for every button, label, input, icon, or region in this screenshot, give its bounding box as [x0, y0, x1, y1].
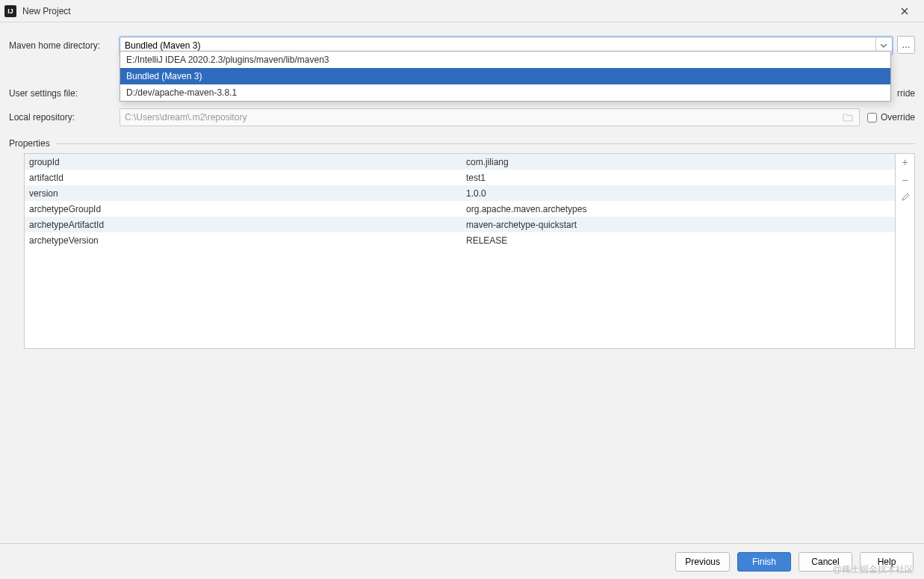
- prop-val: test1: [462, 173, 895, 183]
- table-row[interactable]: groupId com.jiliang: [25, 154, 895, 170]
- table-row[interactable]: archetypeVersion RELEASE: [25, 232, 895, 248]
- prop-val: maven-archetype-quickstart: [462, 220, 895, 230]
- prop-key: groupId: [25, 157, 462, 167]
- table-row[interactable]: artifactId test1: [25, 170, 895, 185]
- ellipsis-icon: …: [902, 40, 911, 50]
- maven-home-input[interactable]: [125, 40, 875, 51]
- properties-label: Properties: [9, 138, 50, 149]
- prop-key: archetypeGroupId: [25, 204, 462, 214]
- prop-val: com.jiliang: [462, 157, 895, 167]
- separator: [56, 143, 915, 144]
- app-icon: IJ: [4, 5, 16, 17]
- prop-key: archetypeArtifactId: [25, 220, 462, 230]
- add-property-button[interactable]: +: [902, 157, 908, 167]
- dialog-content: Maven home directory: … E:/IntelliJ IDEA…: [0, 22, 924, 349]
- plus-icon: +: [902, 156, 908, 168]
- properties-table[interactable]: groupId com.jiliang artifactId test1 ver…: [24, 153, 896, 349]
- maven-home-dropdown[interactable]: E:/IntelliJ IDEA 2020.2.3/plugins/maven/…: [120, 51, 891, 102]
- user-settings-label: User settings file:: [9, 88, 120, 99]
- override-local-repo[interactable]: Override: [867, 112, 915, 123]
- dropdown-item[interactable]: Bundled (Maven 3): [120, 68, 890, 84]
- window-title: New Project: [22, 6, 71, 16]
- local-repo-label: Local repository:: [9, 112, 120, 123]
- local-repo-value: C:\Users\dream\.m2\repository: [125, 112, 841, 123]
- dropdown-item[interactable]: D:/dev/apache-maven-3.8.1: [120, 84, 890, 101]
- folder-icon[interactable]: [841, 113, 855, 122]
- table-row[interactable]: archetypeArtifactId maven-archetype-quic…: [25, 217, 895, 232]
- edit-property-button[interactable]: [901, 193, 910, 203]
- titlebar: IJ New Project: [0, 0, 924, 22]
- prop-val: org.apache.maven.archetypes: [462, 204, 895, 214]
- table-row[interactable]: archetypeGroupId org.apache.maven.archet…: [25, 201, 895, 217]
- table-row[interactable]: version 1.0.0: [25, 185, 895, 201]
- help-button[interactable]: Help: [860, 552, 914, 572]
- dialog-footer: Previous Finish Cancel Help: [0, 543, 924, 579]
- properties-toolbar: + −: [896, 153, 915, 349]
- local-repo-input[interactable]: C:\Users\dream\.m2\repository: [120, 108, 860, 126]
- prop-key: artifactId: [25, 173, 462, 183]
- prop-val: RELEASE: [462, 235, 895, 246]
- minus-icon: −: [902, 174, 908, 186]
- local-repo-row: Local repository: C:\Users\dream\.m2\rep…: [9, 105, 915, 129]
- override-text-partial: rride: [897, 88, 915, 99]
- prop-val: 1.0.0: [462, 188, 895, 199]
- prop-key: archetypeVersion: [25, 235, 462, 246]
- cancel-button[interactable]: Cancel: [799, 552, 852, 572]
- browse-maven-home-button[interactable]: …: [897, 36, 915, 54]
- properties-header: Properties: [9, 135, 915, 152]
- previous-button[interactable]: Previous: [675, 552, 730, 572]
- override-checkbox[interactable]: [867, 113, 877, 123]
- override-label: Override: [881, 112, 915, 123]
- finish-button[interactable]: Finish: [737, 552, 791, 572]
- pencil-icon: [901, 193, 910, 202]
- close-button[interactable]: [890, 0, 920, 22]
- remove-property-button[interactable]: −: [902, 175, 908, 185]
- prop-key: version: [25, 188, 462, 199]
- maven-home-label: Maven home directory:: [9, 40, 120, 51]
- dropdown-item[interactable]: E:/IntelliJ IDEA 2020.2.3/plugins/maven/…: [120, 52, 890, 68]
- properties-box: groupId com.jiliang artifactId test1 ver…: [24, 153, 915, 349]
- close-icon: [901, 7, 908, 15]
